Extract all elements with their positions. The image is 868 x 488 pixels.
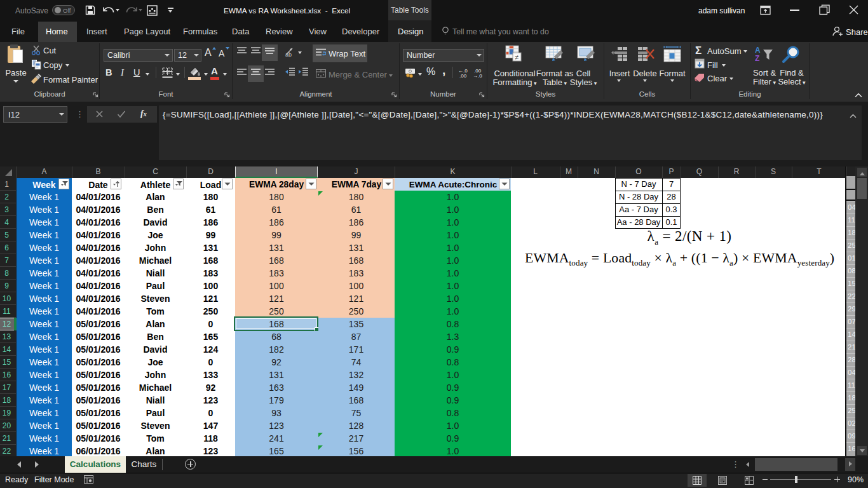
svg-text:ab: ab [285, 51, 292, 57]
svg-text:≠: ≠ [515, 53, 519, 61]
svg-text:A: A [755, 46, 761, 55]
svg-text:Z: Z [755, 54, 759, 63]
svg-text:→.0: →.0 [473, 73, 482, 78]
svg-text:.00: .00 [459, 73, 467, 78]
